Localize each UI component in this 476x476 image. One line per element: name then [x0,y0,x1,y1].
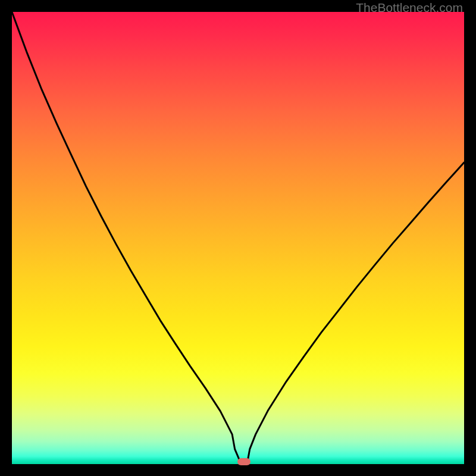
watermark-text: TheBottleneck.com [356,1,463,15]
optimum-marker [237,458,250,465]
plot-area [12,12,464,464]
outer-frame: TheBottleneck.com [0,0,476,476]
curve-layer [12,12,464,464]
bottleneck-curve [12,12,464,464]
